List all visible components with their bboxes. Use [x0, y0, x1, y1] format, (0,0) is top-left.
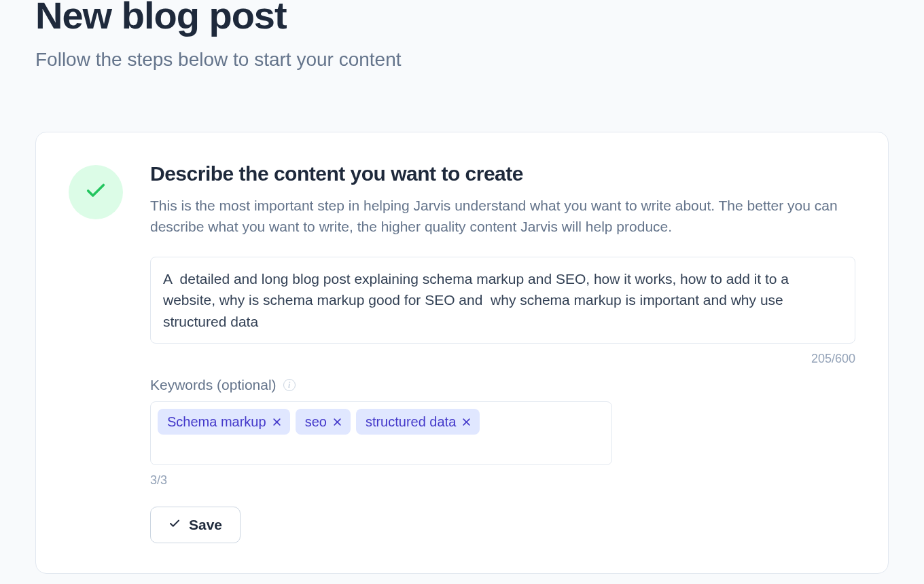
description-textarea[interactable]	[150, 257, 855, 344]
keywords-counter: 3/3	[150, 473, 855, 488]
close-icon[interactable]	[332, 417, 342, 427]
step-description: This is the most important step in helpi…	[150, 195, 855, 238]
char-counter: 205/600	[150, 352, 855, 366]
close-icon[interactable]	[272, 417, 282, 427]
keywords-input[interactable]: Schema markup seo	[150, 401, 612, 465]
step-card: Describe the content you want to create …	[35, 132, 889, 574]
keyword-tag: Schema markup	[158, 409, 290, 435]
keywords-label: Keywords (optional)	[150, 377, 277, 393]
save-button[interactable]: Save	[150, 507, 241, 543]
keyword-tag: seo	[296, 409, 351, 435]
checkmark-icon	[84, 179, 107, 205]
info-icon[interactable]: i	[283, 379, 296, 391]
checkmark-icon	[168, 517, 181, 533]
page-title: New blog post	[35, 0, 889, 37]
step-status-badge	[69, 165, 123, 219]
keyword-tag: structured data	[356, 409, 480, 435]
keyword-tag-label: structured data	[366, 414, 456, 430]
keyword-tag-label: Schema markup	[167, 414, 266, 430]
close-icon[interactable]	[461, 417, 472, 427]
save-button-label: Save	[189, 517, 222, 533]
keyword-tag-label: seo	[305, 414, 327, 430]
page-subtitle: Follow the steps below to start your con…	[35, 49, 889, 71]
step-title: Describe the content you want to create	[150, 162, 855, 185]
